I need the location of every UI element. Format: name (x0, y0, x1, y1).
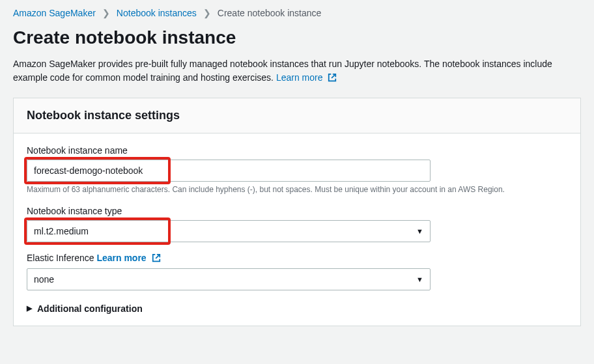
breadcrumb: Amazon SageMaker ❯ Notebook instances ❯ … (0, 0, 594, 23)
breadcrumb-mid[interactable]: Notebook instances (117, 8, 197, 18)
notebook-type-select[interactable]: ml.t2.medium ▼ (27, 220, 431, 242)
notebook-name-hint: Maximum of 63 alphanumeric characters. C… (27, 184, 567, 195)
notebook-name-input[interactable]: forecast-demogo-notebook (27, 160, 431, 182)
page-intro: Amazon SageMaker provides pre-built full… (0, 57, 594, 98)
breadcrumb-current: Create notebook instance (218, 8, 322, 18)
external-link-icon (328, 72, 337, 86)
chevron-right-icon: ❯ (102, 8, 110, 18)
settings-panel-body: Notebook instance name forecast-demogo-n… (14, 133, 580, 326)
caret-down-icon: ▼ (416, 227, 423, 235)
field-elastic-inference: Elastic Inference Learn more none ▼ (27, 253, 567, 290)
triangle-right-icon: ▶ (27, 304, 32, 313)
breadcrumb-root[interactable]: Amazon SageMaker (13, 8, 96, 18)
field-notebook-name: Notebook instance name forecast-demogo-n… (27, 145, 567, 195)
notebook-type-value: ml.t2.medium (34, 226, 89, 236)
settings-panel: Notebook instance settings Notebook inst… (13, 98, 581, 326)
notebook-type-label: Notebook instance type (27, 206, 567, 216)
notebook-name-label: Notebook instance name (27, 145, 567, 156)
notebook-name-value: forecast-demogo-notebook (34, 165, 143, 176)
settings-panel-title: Notebook instance settings (27, 109, 567, 122)
page-title: Create notebook instance (13, 27, 581, 48)
elastic-inference-select[interactable]: none ▼ (27, 268, 431, 290)
page-header: Create notebook instance (0, 23, 594, 57)
elastic-inference-label: Elastic Inference Learn more (27, 253, 567, 264)
elastic-learn-more-link[interactable]: Learn more (96, 253, 160, 263)
settings-panel-header: Notebook instance settings (14, 98, 580, 133)
additional-configuration-expander[interactable]: ▶ Additional configuration (27, 301, 567, 316)
chevron-right-icon: ❯ (203, 8, 211, 18)
elastic-inference-value: none (34, 274, 54, 285)
field-notebook-type: Notebook instance type ml.t2.medium ▼ (27, 206, 567, 242)
caret-down-icon: ▼ (416, 275, 423, 283)
external-link-icon (152, 253, 161, 264)
additional-configuration-label: Additional configuration (37, 303, 143, 314)
learn-more-link[interactable]: Learn more (276, 72, 337, 83)
